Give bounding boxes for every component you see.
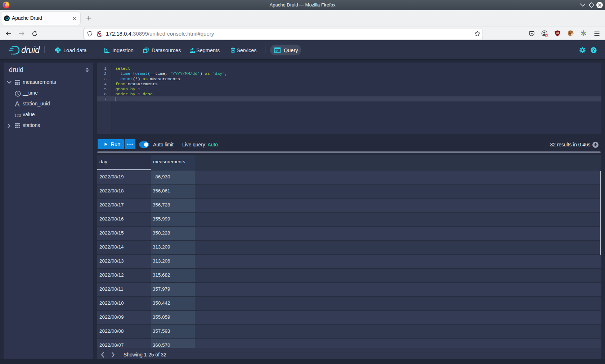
svg-text:?: ? (592, 48, 595, 53)
svg-text:UO: UO (556, 32, 559, 34)
